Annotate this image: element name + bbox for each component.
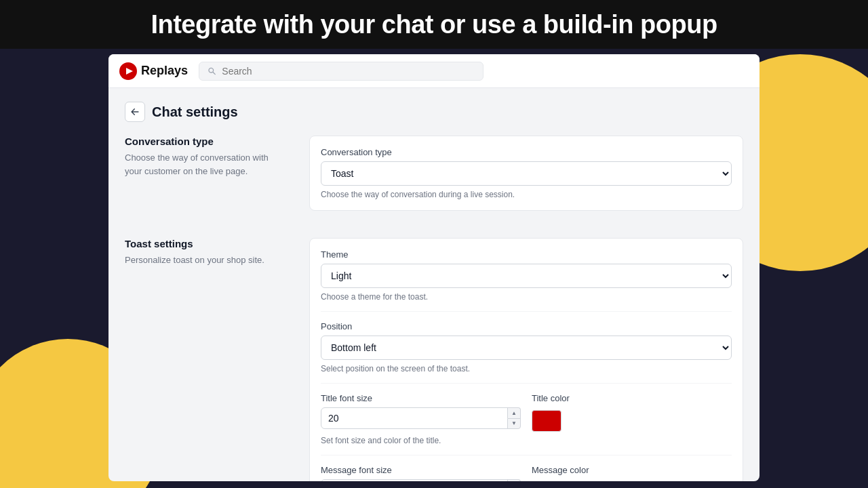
message-font-size-up[interactable]: ▲ [507,479,521,481]
logo: Replays [119,62,188,80]
title-color-swatch[interactable] [532,410,561,432]
toast-settings-right: Theme Light Dark Choose a theme for the … [309,238,743,481]
toast-settings-desc: Personalize toast on your shop site. [125,253,288,267]
search-icon [208,66,216,76]
toast-settings-title: Toast settings [125,238,288,249]
title-font-size-up[interactable]: ▲ [507,407,521,418]
conversation-type-right: Conversation type Toast Chat None Choose… [309,136,743,222]
title-color-label: Title color [532,393,732,403]
title-font-size-spinners: ▲ ▼ [507,407,521,429]
conversation-type-card: Conversation type Toast Chat None Choose… [309,136,743,211]
title-font-size-label: Title font size [321,393,521,403]
title-font-size-input-wrapper: ▲ ▼ [321,407,521,429]
app-container: Replays Chat settings C [108,54,760,481]
toast-settings-section: Toast settings Personalize toast on your… [125,238,743,481]
title-font-size-down[interactable]: ▼ [507,418,521,430]
back-header: Chat settings [125,102,743,122]
message-font-size-spinners: ▲ ▼ [507,479,521,481]
title-fields-row: Title font size ▲ ▼ Tit [321,393,732,432]
conversation-type-title: Conversation type [125,136,288,147]
conversation-type-left: Conversation type Choose the way of conv… [125,136,288,222]
divider-1 [321,311,732,312]
conversation-type-label: Conversation type [321,147,732,157]
message-font-size-input[interactable] [321,479,521,481]
message-font-size-input-wrapper: ▲ ▼ [321,479,521,481]
theme-label: Theme [321,249,732,260]
toast-settings-left: Toast settings Personalize toast on your… [125,238,288,481]
toast-settings-card: Theme Light Dark Choose a theme for the … [309,238,743,481]
theme-help: Choose a theme for the toast. [321,292,732,302]
headline-banner: Integrate with your chat or use a build-… [0,0,868,49]
title-font-size-group: Title font size ▲ ▼ [321,393,521,432]
message-color-group: Message color [532,465,732,481]
main-area: Chat settings Conversation type Choose t… [108,88,760,481]
arrow-left-icon [130,107,140,117]
theme-select[interactable]: Light Dark [321,264,732,288]
conversation-type-select[interactable]: Toast Chat None [321,161,732,186]
message-font-size-group: Message font size ▲ ▼ [321,465,521,481]
position-select[interactable]: Bottom left Bottom right Top left Top ri… [321,336,732,360]
navbar: Replays [108,54,760,88]
divider-2 [321,383,732,384]
title-font-help: Set font size and color of the title. [321,436,732,445]
logo-icon [119,62,137,80]
title-font-size-input[interactable] [321,407,521,429]
position-help: Select position on the screen of the toa… [321,364,732,373]
message-fields-row: Message font size ▲ ▼ M [321,465,732,481]
search-input[interactable] [222,66,475,77]
divider-3 [321,455,732,455]
position-label: Position [321,321,732,331]
message-color-label: Message color [532,465,732,475]
conversation-type-help: Choose the way of conversation during a … [321,190,732,199]
search-bar[interactable] [199,62,484,81]
page-title: Chat settings [152,104,238,120]
logo-text: Replays [141,64,188,78]
page-content: Chat settings Conversation type Choose t… [108,88,760,481]
conversation-type-section: Conversation type Choose the way of conv… [125,136,743,222]
back-button[interactable] [125,102,145,122]
message-font-size-label: Message font size [321,465,521,475]
conversation-type-desc: Choose the way of conversation with your… [125,151,288,178]
title-color-group: Title color [532,393,732,432]
headline-text: Integrate with your chat or use a build-… [151,10,717,39]
